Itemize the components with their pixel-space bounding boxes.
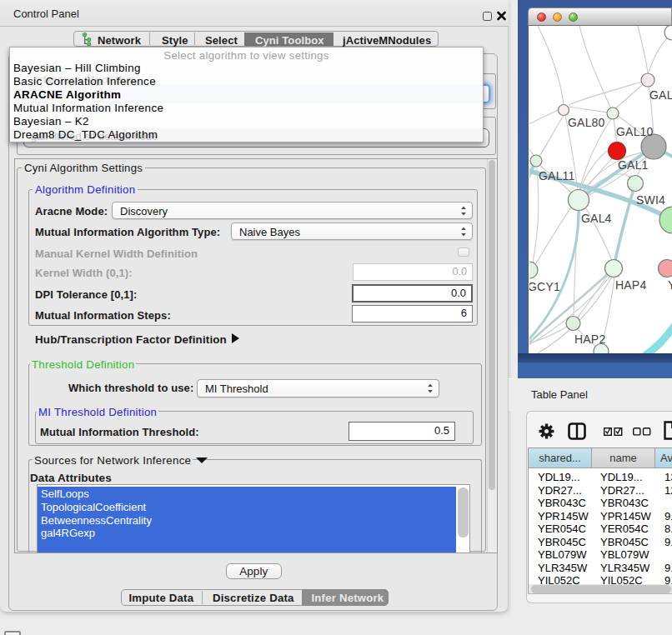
svg-text:GAL80: GAL80	[568, 116, 605, 129]
svg-text:GAL10: GAL10	[616, 125, 654, 138]
svg-text:GAL1: GAL1	[618, 158, 649, 172]
svg-text:HAP2: HAP2	[574, 332, 605, 346]
svg-text:YB: YB	[668, 278, 672, 292]
svg-text:GAL11: GAL11	[539, 169, 575, 182]
svg-text:HAP4: HAP4	[615, 278, 646, 292]
svg-text:GAL2: GAL2	[649, 88, 672, 102]
svg-text:SWI4: SWI4	[636, 193, 665, 207]
svg-text:GCY1: GCY1	[529, 280, 560, 293]
svg-text:GAL4: GAL4	[581, 212, 612, 225]
